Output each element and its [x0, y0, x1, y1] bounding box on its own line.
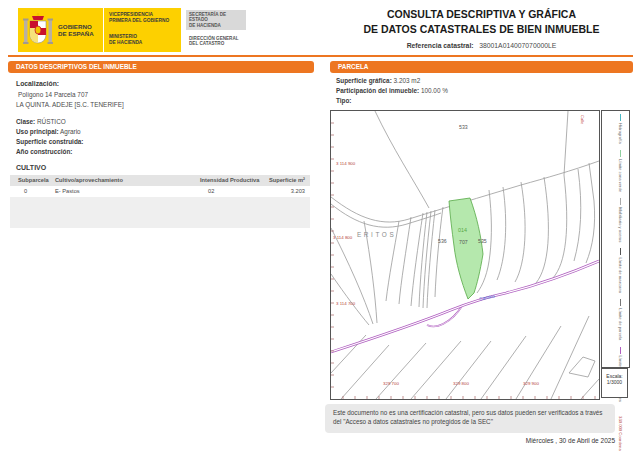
spain-coat-of-arms-icon [22, 12, 54, 48]
ministerio-hacienda-label: MINISTERIO DE HACIENDA [109, 34, 142, 45]
localizacion-label: Localización: [16, 80, 59, 87]
y-coord-3114700: 3 114 700 [336, 301, 355, 306]
subparcela-014-label: 014 [458, 227, 467, 233]
zona-verde-symbol [620, 150, 622, 157]
superficie-grafica-label: Superficie gráfica: [336, 77, 392, 84]
parcel-535-label: 535 [478, 238, 487, 244]
col-cultivo: Cultivo/aprovechamiento [55, 175, 123, 186]
legend-item: Límite zona verde [618, 159, 623, 192]
anio-construccion-row: Año construcción: [16, 148, 72, 155]
localizacion-line2: LA QUINTA. ADEJE [S.C. TENERIFE] [16, 101, 124, 108]
document-title-line2: DE DATOS CATASTRALES DE BIEN INMUEBLE [330, 23, 633, 35]
cultivo-title: CULTIVO [16, 164, 46, 171]
datos-descriptivos-header: DATOS DESCRIPTIVOS DEL INMUEBLE [8, 61, 314, 73]
participacion-row: Participación del inmueble: 100.00 % [336, 87, 448, 94]
secretaria-box: SECRETARÍA DE ESTADO DE HACIENDA [186, 10, 246, 30]
participacion-label: Participación del inmueble: [336, 87, 419, 94]
cadastral-map: 533 3 114 900 3 114 800 3 114 700 329 70… [330, 110, 600, 400]
x-coord-329900: 329 900 [523, 381, 539, 386]
header-divider-rule [8, 55, 633, 57]
mobiliario-symbol [620, 198, 622, 205]
cell-intensidad: 02 [208, 186, 214, 197]
direccion-catastro-label: DIRECCIÓN GENERAL DEL CATASTRO [189, 36, 249, 47]
disclaimer-text: Este documento no es una certificación c… [333, 409, 603, 425]
cadastral-document-page: GOBIERNO DE ESPAÑA VICEPRESIDENCIA PRIME… [0, 0, 640, 451]
superficie-construida-row: Superficie construida: [16, 138, 83, 145]
street-name-vertical-label: Calle [580, 115, 584, 124]
col-superficie: Superficie m² [269, 175, 305, 186]
referencia-catastral-value: 38001A014007070000LE [479, 42, 556, 49]
anio-construccion-label: Año construcción: [16, 148, 72, 155]
x-coord-329700: 329 700 [383, 381, 399, 386]
government-logo-block: GOBIERNO DE ESPAÑA [18, 8, 104, 52]
col-intensidad: Intensidad Productiva [200, 175, 259, 186]
legend-item: Hidrografía [618, 123, 623, 144]
hidrografia-symbol [620, 114, 622, 121]
secretaria-label: SECRETARÍA DE ESTADO DE HACIENDA [186, 10, 246, 30]
vicepresidencia-label: VICEPRESIDENCIA PRIMERA DEL GOBIERNO [109, 12, 169, 23]
cadastral-map-svg [331, 111, 599, 399]
disclaimer-box: Este documento no es una certificación c… [325, 404, 615, 433]
escala-value: 1/3000 [602, 379, 627, 385]
utm-coordinates-note: 330.000 Coordenadas U.T.M. Huso 28 WGS84 [618, 416, 623, 451]
y-coord-3114900: 3 114 900 [336, 161, 355, 166]
cultivo-table-empty-area [10, 197, 310, 228]
legend-item: Límite de parcela [618, 308, 623, 340]
clase-row: Clase: RÚSTICO [16, 118, 66, 125]
place-name-label: ERITOS [357, 231, 396, 238]
cultivo-table-header: Subparcela Cultivo/aprovechamiento Inten… [10, 175, 310, 186]
localizacion-line1: Polígono 14 Parcela 707 [18, 91, 88, 98]
parcela-symbol [620, 299, 622, 306]
ministry-block: VICEPRESIDENCIA PRIMERA DEL GOBIERNO MIN… [104, 8, 181, 52]
clase-value: RÚSTICO [37, 118, 66, 125]
gobierno-de-espana-label: GOBIERNO DE ESPAÑA [58, 23, 94, 37]
col-subparcela: Subparcela [18, 175, 49, 186]
map-legend-items: Hidrografía Límite zona verde Mobiliario… [605, 114, 623, 364]
y-coord-3114800: 3 114 800 [333, 235, 352, 240]
uso-row: Uso principal: Agrario [16, 128, 81, 135]
clase-label: Clase: [16, 118, 35, 125]
construcciones-symbol [620, 347, 622, 354]
uso-label: Uso principal: [16, 128, 59, 135]
superficie-grafica-value: 3.203 m2 [394, 77, 421, 84]
map-legend: Hidrografía Límite zona verde Mobiliario… [601, 110, 630, 368]
document-date: Miércoles , 30 de Abril de 2025 [325, 437, 615, 444]
cell-cultivo: E- Pastos [55, 186, 80, 197]
participacion-value: 100.00 % [421, 87, 448, 94]
cell-superficie: 3.203 [291, 186, 305, 197]
parcel-533-label: 533 [459, 124, 468, 130]
superficie-construida-label: Superficie construida: [16, 138, 83, 145]
x-coord-329800: 329 800 [453, 381, 469, 386]
parcel-707-label: 707 [459, 239, 468, 245]
manzana-symbol [620, 248, 622, 255]
superficie-grafica-row: Superficie gráfica: 3.203 m2 [336, 77, 420, 84]
legend-item: Mobiliario y aceras [618, 207, 623, 242]
referencia-catastral-line: Referencia catastral: 38001A014007070000… [330, 42, 633, 49]
tipo-label: Tipo: [336, 97, 352, 104]
uso-value: Agrario [60, 128, 81, 135]
highlighted-parcel-shape [449, 198, 483, 299]
cell-subparcela: 0 [24, 186, 27, 197]
legend-item: Límite de manzana [618, 257, 623, 293]
document-title-line1: CONSULTA DESCRIPTIVA Y GRÁFICA [330, 8, 633, 20]
cultivo-table-row: 0 E- Pastos 02 3.203 [10, 186, 310, 197]
parcela-header: PARCELA [330, 61, 633, 73]
scale-box: Escala: 1/3000 [601, 368, 628, 398]
referencia-catastral-label: Referencia catastral: [407, 42, 474, 49]
parcel-536-label: 536 [438, 238, 447, 244]
tipo-row: Tipo: [336, 97, 352, 104]
